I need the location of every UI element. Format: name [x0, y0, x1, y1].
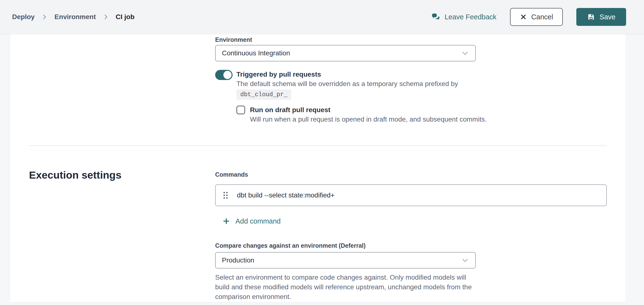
add-command-label: Add command: [236, 217, 281, 225]
draft-pr-description: Will run when a pull request is opened i…: [250, 116, 487, 123]
feedback-bubbles-icon: [431, 12, 441, 22]
breadcrumb-item-environment[interactable]: Environment: [54, 13, 96, 21]
main-card: Environment Continuous Integration Trigg…: [10, 34, 626, 302]
cancel-button[interactable]: Cancel: [510, 8, 563, 26]
pr-trigger-toggle[interactable]: [215, 70, 232, 80]
save-icon: [587, 13, 595, 21]
breadcrumb-separator-icon: [102, 13, 110, 21]
deferral-label: Compare changes against an environment (…: [215, 242, 366, 249]
header-actions: Leave Feedback Cancel Save: [431, 8, 626, 26]
section-divider: [29, 146, 607, 146]
drag-handle-icon[interactable]: [222, 191, 229, 200]
deferral-select-value: Production: [222, 256, 254, 264]
deferral-select[interactable]: Production: [215, 252, 476, 268]
breadcrumb-item-deploy[interactable]: Deploy: [12, 13, 34, 21]
add-command-button[interactable]: Add command: [222, 216, 281, 226]
leave-feedback-label: Leave Feedback: [444, 13, 496, 21]
environment-select-value: Continuous Integration: [222, 49, 290, 57]
cancel-button-label: Cancel: [531, 13, 553, 21]
chevron-down-icon: [461, 256, 470, 265]
commands-label: Commands: [215, 171, 248, 178]
breadcrumb-item-ci-job: CI job: [116, 13, 135, 21]
plus-icon: [222, 217, 230, 225]
chevron-down-icon: [461, 49, 470, 58]
draft-pr-label: Run on draft pull request: [250, 106, 330, 114]
page-header: Deploy Environment CI job Leave Feedback…: [0, 0, 644, 34]
command-input[interactable]: dbt build --select state:modified+: [237, 192, 600, 199]
save-button-label: Save: [600, 13, 616, 21]
environment-label: Environment: [215, 36, 252, 43]
close-icon: [520, 13, 527, 20]
execution-settings-title: Execution settings: [29, 169, 121, 181]
deferral-help-text: Select an environment to compare code ch…: [215, 272, 472, 302]
command-row: dbt build --select state:modified+: [215, 184, 607, 206]
pr-trigger-description: The default schema will be overridden as…: [236, 80, 458, 88]
breadcrumb: Deploy Environment CI job: [12, 13, 134, 21]
save-button[interactable]: Save: [576, 8, 626, 26]
environment-select[interactable]: Continuous Integration: [215, 45, 476, 62]
leave-feedback-link[interactable]: Leave Feedback: [431, 12, 496, 22]
toggle-knob: [223, 71, 232, 79]
pr-trigger-label: Triggered by pull requests: [236, 70, 321, 78]
draft-pr-checkbox[interactable]: [236, 106, 245, 114]
schema-prefix-chip: dbt_cloud_pr_: [236, 90, 291, 100]
breadcrumb-separator-icon: [40, 13, 48, 21]
